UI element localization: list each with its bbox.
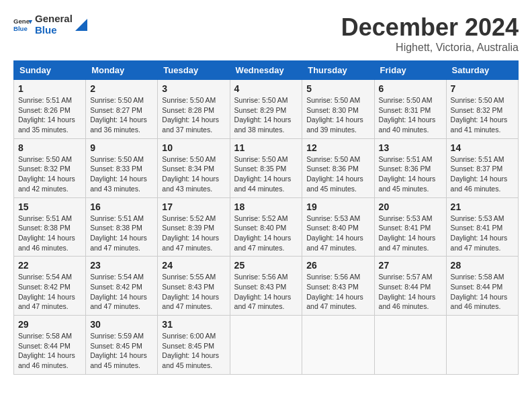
- day-info: Sunrise: 5:57 AMSunset: 8:44 PMDaylight:…: [379, 272, 442, 312]
- day-number: 19: [306, 201, 369, 212]
- page-header: General Blue General Blue December 2024 …: [13, 13, 519, 54]
- day-number: 26: [306, 260, 369, 271]
- day-info: Sunrise: 5:59 AMSunset: 8:45 PMDaylight:…: [90, 331, 153, 371]
- day-number: 2: [90, 83, 153, 94]
- calendar-cell: 6Sunrise: 5:50 AMSunset: 8:31 PMDaylight…: [374, 80, 446, 139]
- calendar-cell: 12Sunrise: 5:50 AMSunset: 8:36 PMDayligh…: [302, 138, 374, 197]
- calendar-day-header: Thursday: [302, 61, 374, 80]
- day-info: Sunrise: 5:52 AMSunset: 8:40 PMDaylight:…: [234, 214, 298, 253]
- day-info: Sunrise: 5:52 AMSunset: 8:39 PMDaylight:…: [162, 214, 225, 253]
- day-number: 17: [162, 201, 225, 212]
- day-number: 18: [234, 201, 298, 212]
- day-info: Sunrise: 5:50 AMSunset: 8:34 PMDaylight:…: [162, 154, 225, 194]
- day-info: Sunrise: 5:50 AMSunset: 8:31 PMDaylight:…: [379, 95, 442, 135]
- day-number: 13: [379, 142, 442, 153]
- day-info: Sunrise: 5:58 AMSunset: 8:44 PMDaylight:…: [18, 331, 81, 371]
- day-info: Sunrise: 5:51 AMSunset: 8:37 PMDaylight:…: [451, 154, 514, 194]
- day-number: 20: [379, 201, 442, 212]
- day-info: Sunrise: 5:53 AMSunset: 8:41 PMDaylight:…: [379, 214, 442, 253]
- title-block: December 2024 Highett, Victoria, Austral…: [341, 13, 519, 54]
- day-info: Sunrise: 5:50 AMSunset: 8:29 PMDaylight:…: [234, 95, 298, 135]
- day-number: 29: [18, 319, 81, 330]
- day-number: 30: [90, 319, 153, 330]
- day-info: Sunrise: 5:56 AMSunset: 8:43 PMDaylight:…: [306, 272, 369, 312]
- svg-marker-3: [75, 19, 87, 31]
- calendar-cell: 18Sunrise: 5:52 AMSunset: 8:40 PMDayligh…: [230, 197, 302, 257]
- calendar-cell: [302, 316, 374, 375]
- day-number: 21: [451, 201, 514, 212]
- calendar-cell: 4Sunrise: 5:50 AMSunset: 8:29 PMDaylight…: [230, 80, 302, 139]
- calendar-cell: 30Sunrise: 5:59 AMSunset: 8:45 PMDayligh…: [86, 316, 158, 375]
- day-info: Sunrise: 5:54 AMSunset: 8:42 PMDaylight:…: [90, 272, 153, 312]
- calendar-cell: 10Sunrise: 5:50 AMSunset: 8:34 PMDayligh…: [158, 138, 230, 197]
- day-number: 7: [451, 83, 514, 94]
- calendar-week-row: 8Sunrise: 5:50 AMSunset: 8:32 PMDaylight…: [14, 138, 519, 197]
- day-info: Sunrise: 5:55 AMSunset: 8:43 PMDaylight:…: [162, 272, 225, 312]
- calendar-cell: 29Sunrise: 5:58 AMSunset: 8:44 PMDayligh…: [14, 316, 86, 375]
- calendar-cell: 21Sunrise: 5:53 AMSunset: 8:41 PMDayligh…: [446, 197, 518, 257]
- calendar-cell: 9Sunrise: 5:50 AMSunset: 8:33 PMDaylight…: [86, 138, 158, 197]
- day-info: Sunrise: 5:50 AMSunset: 8:28 PMDaylight:…: [162, 95, 225, 135]
- calendar-cell: 2Sunrise: 5:50 AMSunset: 8:27 PMDaylight…: [86, 80, 158, 139]
- calendar-header: SundayMondayTuesdayWednesdayThursdayFrid…: [14, 61, 519, 80]
- calendar-cell: 5Sunrise: 5:50 AMSunset: 8:30 PMDaylight…: [302, 80, 374, 139]
- calendar-cell: 19Sunrise: 5:53 AMSunset: 8:40 PMDayligh…: [302, 197, 374, 257]
- day-number: 8: [18, 142, 81, 153]
- day-info: Sunrise: 5:50 AMSunset: 8:36 PMDaylight:…: [306, 154, 369, 194]
- day-number: 27: [379, 260, 442, 271]
- day-number: 3: [162, 83, 225, 94]
- logo-triangle-icon: [75, 19, 87, 31]
- day-info: Sunrise: 5:50 AMSunset: 8:33 PMDaylight:…: [90, 154, 153, 194]
- location: Highett, Victoria, Australia: [341, 42, 519, 54]
- day-number: 10: [162, 142, 225, 153]
- calendar-day-header: Wednesday: [230, 61, 302, 80]
- day-number: 14: [451, 142, 514, 153]
- day-number: 15: [18, 201, 81, 212]
- calendar-cell: 20Sunrise: 5:53 AMSunset: 8:41 PMDayligh…: [374, 197, 446, 257]
- calendar-week-row: 22Sunrise: 5:54 AMSunset: 8:42 PMDayligh…: [14, 257, 519, 316]
- day-info: Sunrise: 5:58 AMSunset: 8:44 PMDaylight:…: [451, 272, 514, 312]
- calendar-day-header: Sunday: [14, 61, 86, 80]
- day-info: Sunrise: 5:54 AMSunset: 8:42 PMDaylight:…: [18, 272, 81, 312]
- calendar-cell: 7Sunrise: 5:50 AMSunset: 8:32 PMDaylight…: [446, 80, 518, 139]
- day-number: 12: [306, 142, 369, 153]
- calendar-day-header: Saturday: [446, 61, 518, 80]
- day-number: 9: [90, 142, 153, 153]
- calendar-cell: 26Sunrise: 5:56 AMSunset: 8:43 PMDayligh…: [302, 257, 374, 316]
- day-info: Sunrise: 6:00 AMSunset: 8:45 PMDaylight:…: [162, 331, 225, 371]
- day-number: 6: [379, 83, 442, 94]
- day-number: 24: [162, 260, 225, 271]
- calendar-cell: 22Sunrise: 5:54 AMSunset: 8:42 PMDayligh…: [14, 257, 86, 316]
- day-number: 4: [234, 83, 298, 94]
- calendar-cell: [230, 316, 302, 375]
- day-number: 28: [451, 260, 514, 271]
- calendar-cell: 25Sunrise: 5:56 AMSunset: 8:43 PMDayligh…: [230, 257, 302, 316]
- day-number: 11: [234, 142, 298, 153]
- month-title: December 2024: [341, 13, 519, 42]
- calendar-table: SundayMondayTuesdayWednesdayThursdayFrid…: [13, 60, 519, 375]
- logo-icon: General Blue: [13, 15, 32, 34]
- calendar-cell: 23Sunrise: 5:54 AMSunset: 8:42 PMDayligh…: [86, 257, 158, 316]
- calendar-cell: 15Sunrise: 5:51 AMSunset: 8:38 PMDayligh…: [14, 197, 86, 257]
- calendar-cell: 3Sunrise: 5:50 AMSunset: 8:28 PMDaylight…: [158, 80, 230, 139]
- day-info: Sunrise: 5:51 AMSunset: 8:38 PMDaylight:…: [18, 214, 81, 253]
- day-number: 31: [162, 319, 225, 330]
- calendar-cell: 1Sunrise: 5:51 AMSunset: 8:26 PMDaylight…: [14, 80, 86, 139]
- svg-text:Blue: Blue: [13, 24, 28, 32]
- calendar-cell: 13Sunrise: 5:51 AMSunset: 8:36 PMDayligh…: [374, 138, 446, 197]
- day-info: Sunrise: 5:50 AMSunset: 8:32 PMDaylight:…: [18, 154, 81, 194]
- day-info: Sunrise: 5:53 AMSunset: 8:41 PMDaylight:…: [451, 214, 514, 253]
- calendar-cell: [446, 316, 518, 375]
- calendar-cell: 28Sunrise: 5:58 AMSunset: 8:44 PMDayligh…: [446, 257, 518, 316]
- calendar-cell: 31Sunrise: 6:00 AMSunset: 8:45 PMDayligh…: [158, 316, 230, 375]
- day-info: Sunrise: 5:53 AMSunset: 8:40 PMDaylight:…: [306, 214, 369, 253]
- logo: General Blue General Blue: [13, 13, 87, 36]
- day-number: 23: [90, 260, 153, 271]
- day-number: 1: [18, 83, 81, 94]
- day-info: Sunrise: 5:51 AMSunset: 8:38 PMDaylight:…: [90, 214, 153, 253]
- calendar-cell: 16Sunrise: 5:51 AMSunset: 8:38 PMDayligh…: [86, 197, 158, 257]
- day-info: Sunrise: 5:51 AMSunset: 8:26 PMDaylight:…: [18, 95, 81, 135]
- calendar-cell: 14Sunrise: 5:51 AMSunset: 8:37 PMDayligh…: [446, 138, 518, 197]
- day-info: Sunrise: 5:56 AMSunset: 8:43 PMDaylight:…: [234, 272, 298, 312]
- calendar-cell: [374, 316, 446, 375]
